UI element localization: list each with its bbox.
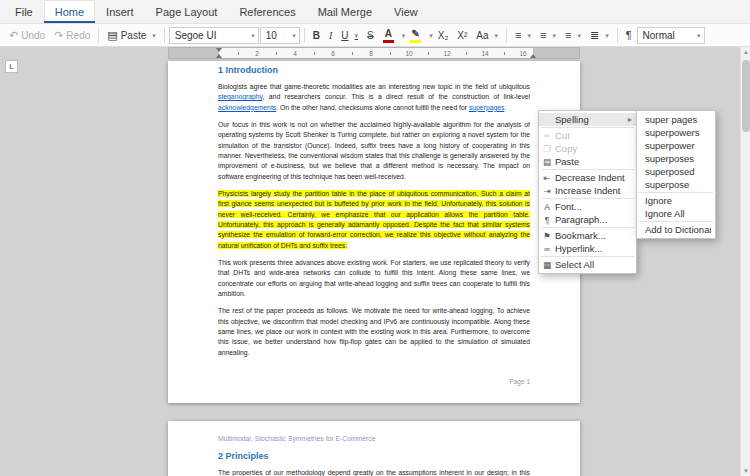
superscript-button[interactable]: X² (453, 26, 471, 45)
ruler-number: 8 (369, 48, 373, 59)
spelling-suggestion-superpose[interactable]: superpose (637, 178, 715, 191)
chevron-down-icon[interactable]: ▾ (402, 32, 406, 39)
toolbar-separator (164, 28, 165, 43)
context-menu-item-bookmark[interactable]: ⚑Bookmark... (539, 229, 636, 242)
superscript-label: X² (457, 30, 467, 41)
multilevel-list-button[interactable]: ≡ ▾ (561, 26, 585, 45)
line-spacing-button[interactable]: ≣ ▾ (586, 26, 613, 45)
context-menu-item-paste[interactable]: ▤Paste (539, 155, 636, 168)
context-menu-item-font[interactable]: AFont... (539, 200, 636, 213)
font-name-combobox[interactable]: Segoe UI ▾ (169, 27, 259, 44)
show-formatting-marks-button[interactable]: ¶ (622, 26, 636, 45)
hyperlink[interactable]: steganography (218, 93, 262, 100)
context-menu-item-cut: ✂Cut (539, 129, 636, 142)
paste-button[interactable]: ▤ Paste ▾ (103, 26, 160, 45)
chevron-down-icon: ▾ (495, 32, 499, 39)
spelling-suggestion-add-to-dictionary[interactable]: Add to Dictionary (637, 223, 715, 236)
first-line-indent-marker[interactable] (216, 48, 222, 52)
menu-item-label: Add to Dictionary (645, 224, 711, 235)
menu-tabs: FileHomeInsertPage LayoutReferencesMail … (4, 0, 429, 23)
menu-item-label: Paste (555, 156, 632, 167)
numbered-list-icon: ≡ (540, 30, 546, 41)
chevron-down-icon: ▾ (577, 32, 581, 39)
context-menu-item-increase-indent[interactable]: ⇥Increase Indent (539, 184, 636, 197)
right-indent-marker[interactable] (530, 54, 536, 58)
menu-item-label: Increase Indent (555, 185, 632, 196)
undo-button[interactable]: ↶ Undo (5, 26, 49, 45)
italic-button[interactable]: I (325, 26, 336, 45)
highlight-button[interactable]: ✎ (406, 26, 425, 45)
menu-separator (541, 169, 634, 170)
hyperlink[interactable]: acknowledgements (218, 104, 276, 111)
context-menu-item-spelling[interactable]: Spelling▸ (539, 113, 636, 126)
multilevel-list-icon: ≡ (565, 30, 571, 41)
menu-item-label: superposes (645, 153, 711, 164)
toolbar-separator (617, 28, 618, 43)
paragraph[interactable]: The rest of the paper proceeds as follow… (218, 306, 530, 358)
tab-view[interactable]: View (383, 0, 429, 23)
horizontal-ruler[interactable]: 246810121416 (168, 47, 580, 59)
undo-icon: ↶ (9, 30, 18, 41)
highlight-color-bar (410, 40, 421, 43)
tab-file[interactable]: File (4, 0, 44, 23)
font-color-button[interactable]: A (379, 26, 398, 45)
paragraph[interactable]: Physicists largely study the partition t… (218, 189, 530, 251)
paragraph[interactable]: The properties of our methodology depend… (218, 468, 530, 476)
menu-item-label: Spelling (555, 114, 626, 125)
change-case-button[interactable]: Aa ▾ (472, 26, 502, 45)
toolbar-separator (506, 28, 507, 43)
spelling-suggestion-superposed[interactable]: superposed (637, 165, 715, 178)
menu-separator (541, 198, 634, 199)
subscript-button[interactable]: X₂ (434, 26, 453, 45)
hyperlink[interactable]: superpages (469, 104, 505, 111)
undo-label: Undo (21, 30, 45, 41)
bullet-list-button[interactable]: ≡ ▾ (511, 26, 535, 45)
ruler-number: 10 (405, 48, 412, 59)
context-menu-item-bookmark-icon: ⚑ (539, 231, 555, 241)
underline-button[interactable]: U ▾ (337, 26, 362, 45)
paragraph[interactable]: This work presents three advances above … (218, 258, 530, 299)
chevron-down-icon[interactable]: ▾ (429, 32, 433, 39)
menu-separator (639, 221, 713, 222)
section-heading-principles[interactable]: 2 Principles (218, 451, 530, 461)
context-menu-item-decrease-indent[interactable]: ⇤Decrease Indent (539, 171, 636, 184)
ruler-tick (276, 52, 277, 55)
chevron-down-icon: ▾ (292, 32, 296, 39)
bold-button[interactable]: B (309, 26, 324, 45)
tab-page-layout[interactable]: Page Layout (145, 0, 229, 23)
section-heading-introduction[interactable]: 1 Introduction (218, 65, 530, 75)
font-size-combobox[interactable]: 10 ▾ (260, 27, 300, 44)
scroll-up-icon[interactable]: ▲ (741, 47, 750, 57)
redo-button[interactable]: ↷ Redo (50, 26, 94, 45)
paragraph[interactable]: Our focus in this work is not on whether… (218, 120, 530, 182)
context-menu-item-hyperlink[interactable]: ∞Hyperlink... (539, 242, 636, 255)
menu-item-label: Hyperlink... (555, 243, 632, 254)
menu-item-label: Ignore (645, 195, 711, 206)
numbered-list-button[interactable]: ≡ ▾ (536, 26, 560, 45)
tab-home[interactable]: Home (44, 0, 95, 23)
tab-stop-selector[interactable]: L (5, 60, 18, 73)
paragraph[interactable]: Biologists agree that game-theoretic mod… (218, 82, 530, 113)
styles-combobox[interactable]: Normal ▾ (637, 27, 705, 44)
scrollbar-thumb[interactable] (742, 60, 750, 132)
context-menu-item-paragraph[interactable]: ¶Paragraph... (539, 213, 636, 226)
spelling-suggestion-ignore[interactable]: Ignore (637, 194, 715, 207)
spelling-suggestion-super-pages[interactable]: super pages (637, 113, 715, 126)
menu-item-label: superposed (645, 166, 711, 177)
spelling-suggestion-superpower[interactable]: superpower (637, 139, 715, 152)
ruler-number: 6 (331, 48, 335, 59)
scroll-down-icon[interactable]: ▼ (741, 466, 750, 476)
vertical-scrollbar[interactable]: ▲ ▼ (740, 47, 750, 476)
text-run: , and researchers concur. This is a dire… (262, 93, 530, 100)
left-indent-marker[interactable] (216, 54, 222, 58)
ruler-tick (390, 52, 391, 55)
strikethrough-button[interactable]: S (363, 26, 378, 45)
tab-mail-merge[interactable]: Mail Merge (307, 0, 383, 23)
spelling-suggestion-superposes[interactable]: superposes (637, 152, 715, 165)
spelling-suggestion-ignore-all[interactable]: Ignore All (637, 207, 715, 220)
tab-insert[interactable]: Insert (95, 0, 145, 23)
menu-bar: FileHomeInsertPage LayoutReferencesMail … (0, 0, 750, 24)
tab-references[interactable]: References (228, 0, 306, 23)
context-menu-item-select-all[interactable]: ▦Select All (539, 258, 636, 271)
spelling-suggestion-superpowers[interactable]: superpowers (637, 126, 715, 139)
